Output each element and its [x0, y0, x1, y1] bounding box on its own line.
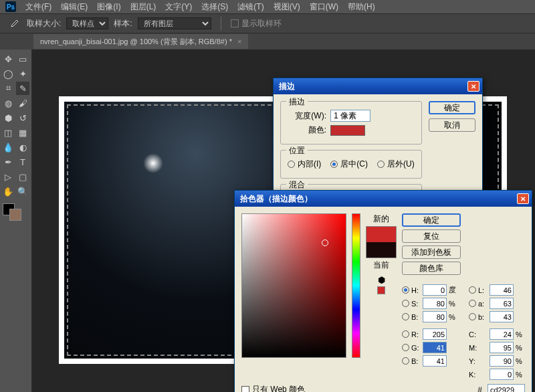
- k-input[interactable]: [490, 369, 514, 380]
- app-logo: Ps: [5, 1, 16, 12]
- stroke-group-label: 描边: [286, 96, 308, 108]
- picker-ok-button[interactable]: 确定: [402, 213, 461, 227]
- dodge-tool[interactable]: ◐: [16, 140, 29, 154]
- saturation-value-field[interactable]: [241, 213, 346, 358]
- show-ring-checkbox[interactable]: 显示取样环: [231, 18, 282, 29]
- picker-reset-button[interactable]: 复位: [402, 229, 461, 243]
- l-radio[interactable]: [469, 286, 476, 294]
- bl-radio[interactable]: [402, 357, 409, 365]
- menu-bar: Ps 文件(F) 编辑(E) 图像(I) 图层(L) 文字(Y) 选择(S) 滤…: [0, 0, 535, 13]
- divider: [221, 17, 221, 30]
- h-input[interactable]: [423, 284, 447, 296]
- canvas-area: 描边 ✕ 描边 宽度(W): 颜色: 位置 内部(I) 居中(C): [32, 50, 535, 392]
- document-tab[interactable]: nvren_quanji_bisai-001.jpg @ 100% (背景 副本…: [33, 34, 248, 49]
- menu-select[interactable]: 选择(S): [197, 0, 232, 14]
- pos-inside-radio[interactable]: 内部(I): [288, 159, 321, 170]
- hex-input[interactable]: [488, 384, 525, 392]
- marquee-tool[interactable]: ▭: [16, 52, 29, 66]
- close-tab-icon[interactable]: ×: [237, 37, 241, 45]
- menu-view[interactable]: 视图(V): [270, 0, 304, 14]
- history-brush[interactable]: ↺: [16, 111, 29, 124]
- lab-b-input[interactable]: [490, 311, 514, 322]
- s-input[interactable]: [423, 298, 447, 309]
- gamut-warning-icon[interactable]: ⬢: [378, 275, 385, 285]
- c-input[interactable]: [490, 328, 514, 340]
- s-radio[interactable]: [402, 300, 409, 307]
- menu-file[interactable]: 文件(F): [21, 0, 56, 14]
- eyedropper-tool[interactable]: ✎: [16, 82, 29, 95]
- sample-size-select[interactable]: 取样点: [66, 17, 108, 29]
- h-radio[interactable]: [402, 286, 409, 294]
- stroke-titlebar[interactable]: 描边 ✕: [274, 78, 482, 94]
- picker-add-swatch-button[interactable]: 添加到色板: [402, 246, 461, 259]
- stroke-color-swatch[interactable]: [330, 125, 365, 136]
- type-tool[interactable]: T: [16, 155, 29, 169]
- stroke-title: 描边: [279, 81, 295, 92]
- g-radio[interactable]: [402, 344, 409, 351]
- b-input[interactable]: [423, 311, 447, 322]
- m-input[interactable]: [490, 342, 514, 353]
- menu-image[interactable]: 图像(I): [93, 0, 124, 14]
- r-input[interactable]: [423, 328, 447, 340]
- a-input[interactable]: [490, 298, 514, 309]
- lab-b-radio[interactable]: [469, 313, 476, 320]
- gradient-tool[interactable]: ▦: [16, 126, 29, 139]
- pos-center-radio[interactable]: 居中(C): [330, 159, 368, 170]
- stamp-tool[interactable]: ⬢: [1, 111, 15, 124]
- menu-edit[interactable]: 编辑(E): [57, 0, 92, 14]
- heal-tool[interactable]: ◍: [1, 96, 15, 110]
- menu-help[interactable]: 帮助(H): [344, 0, 379, 14]
- move-tool[interactable]: ✥: [1, 52, 15, 66]
- r-radio[interactable]: [402, 330, 409, 338]
- position-group-label: 位置: [286, 145, 308, 157]
- tool-panel: ✥ ▭ ◯ ✦ ⌗ ✎ ◍ 🖌 ⬢ ↺ ◫ ▦ 💧 ◐ ✒ T ▷ ▢ ✋ 🔍: [0, 50, 32, 392]
- sample-layers-select[interactable]: 所有图层: [138, 17, 211, 29]
- eraser-tool[interactable]: ◫: [1, 126, 15, 139]
- width-label: 宽度(W):: [288, 110, 326, 122]
- web-only-checkbox[interactable]: 只有 Web 颜色: [241, 384, 305, 392]
- color-picker-dialog: 拾色器（描边颜色） ✕ 新的 当前 ⬢: [234, 190, 532, 392]
- menu-filter[interactable]: 滤镜(T): [233, 0, 268, 14]
- sample-label: 样本:: [114, 18, 132, 29]
- menu-type[interactable]: 文字(Y): [161, 0, 196, 14]
- y-input[interactable]: [490, 355, 514, 367]
- color-swatches[interactable]: [1, 203, 23, 221]
- picker-library-button[interactable]: 颜色库: [402, 262, 461, 275]
- stroke-close-button[interactable]: ✕: [467, 81, 479, 92]
- stroke-ok-button[interactable]: 确定: [429, 101, 475, 114]
- shape-tool[interactable]: ▢: [16, 170, 29, 183]
- websafe-swatch[interactable]: [377, 286, 385, 294]
- new-color-label: 新的: [373, 213, 389, 225]
- eyedropper-icon: [5, 16, 21, 31]
- sample-size-label: 取样大小:: [27, 18, 61, 29]
- menu-window[interactable]: 窗口(W): [306, 0, 342, 14]
- sv-cursor: [322, 239, 328, 246]
- b-radio[interactable]: [402, 313, 409, 320]
- brush-tool[interactable]: 🖌: [16, 96, 29, 110]
- hand-tool[interactable]: ✋: [1, 185, 15, 198]
- stroke-cancel-button[interactable]: 取消: [429, 118, 475, 132]
- g-input[interactable]: [423, 342, 447, 353]
- options-bar: 取样大小: 取样点 样本: 所有图层 显示取样环: [0, 13, 535, 33]
- crop-tool[interactable]: ⌗: [1, 82, 15, 95]
- menu-layer[interactable]: 图层(L): [126, 0, 160, 14]
- l-input[interactable]: [490, 284, 514, 296]
- bl-input[interactable]: [423, 355, 447, 367]
- document-tab-bar: nvren_quanji_bisai-001.jpg @ 100% (背景 副本…: [0, 33, 535, 50]
- pen-tool[interactable]: ✒: [1, 155, 15, 169]
- color-label: 颜色:: [288, 124, 326, 136]
- picker-close-button[interactable]: ✕: [517, 193, 529, 204]
- color-preview[interactable]: [366, 226, 397, 258]
- lasso-tool[interactable]: ◯: [1, 67, 15, 80]
- wand-tool[interactable]: ✦: [16, 67, 29, 80]
- width-input[interactable]: [330, 110, 370, 122]
- picker-titlebar[interactable]: 拾色器（描边颜色） ✕: [235, 191, 532, 207]
- path-tool[interactable]: ▷: [1, 170, 15, 183]
- stroke-dialog: 描边 ✕ 描边 宽度(W): 颜色: 位置 内部(I) 居中(C): [273, 78, 483, 209]
- current-color-label: 当前: [373, 260, 389, 271]
- a-radio[interactable]: [469, 300, 476, 307]
- blur-tool[interactable]: 💧: [1, 140, 15, 154]
- hue-slider[interactable]: [352, 213, 360, 358]
- zoom-tool[interactable]: 🔍: [16, 185, 29, 198]
- pos-outside-radio[interactable]: 居外(U): [377, 159, 415, 170]
